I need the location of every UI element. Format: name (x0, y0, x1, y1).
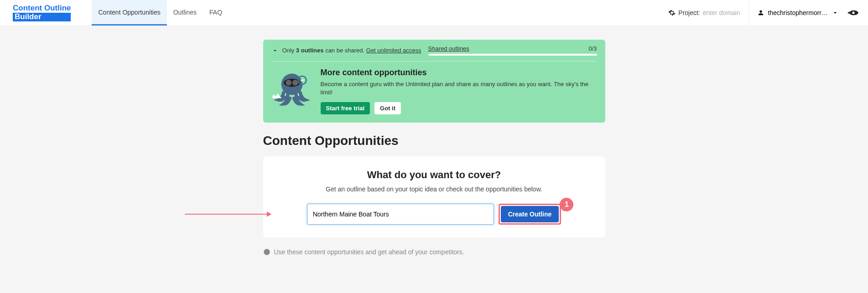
promo-text: Become a content guru with the Unlimited… (321, 80, 597, 97)
banner-only-prefix: Only (282, 47, 296, 54)
banner-buttons: Start free trial Got it (321, 102, 597, 114)
shared-outline-meter: Shared outlines 0/3 (428, 45, 597, 56)
logo-line2: Builder (13, 13, 71, 21)
tab-content-opportunities[interactable]: Content Opportunities (92, 0, 166, 26)
user-menu[interactable]: thechristophermorr… (748, 0, 847, 26)
annotation-badge-1: 1 (560, 198, 573, 211)
card-title: What do you want to cover? (276, 169, 593, 181)
banner-outlines-count: 3 outlines (296, 47, 324, 54)
header-right: Project: enter domain thechristophermorr… (660, 0, 868, 26)
unlimited-link[interactable]: Get unlimited access (366, 47, 421, 54)
user-icon (757, 9, 764, 16)
footer-tip-text: Use these content opportunities and get … (274, 248, 464, 256)
input-row: Create Outline 1 (276, 204, 593, 225)
start-trial-button[interactable]: Start free trial (321, 102, 370, 114)
nav-tabs: Content Opportunities Outlines FAQ (92, 0, 229, 26)
logo-line1: Content Outline (13, 4, 71, 13)
shared-ratio: 0/3 (588, 45, 597, 52)
main-container: Only 3 outlines can be shared. Get unlim… (263, 26, 605, 256)
shared-label[interactable]: Shared outlines (428, 45, 469, 52)
svg-point-8 (266, 253, 267, 254)
footer-tip: Use these content opportunities and get … (263, 248, 605, 256)
project-label: Project: (678, 9, 700, 16)
progress-bar (428, 54, 597, 56)
banner-body: More content opportunities Become a cont… (271, 61, 597, 114)
create-outline-highlight: Create Outline 1 (499, 204, 561, 225)
promo-title: More content opportunities (321, 68, 597, 77)
svg-point-3 (292, 80, 298, 86)
topic-input[interactable] (307, 204, 494, 225)
svg-marker-6 (267, 211, 271, 217)
banner-limit-text: Only 3 outlines can be shared. Get unlim… (282, 47, 421, 54)
got-it-button[interactable]: Got it (374, 102, 401, 114)
topic-card: What do you want to cover? Get an outlin… (263, 156, 605, 237)
shared-row: Shared outlines 0/3 (428, 45, 597, 52)
mascot-icon (271, 68, 312, 109)
project-domain-placeholder: enter domain (703, 9, 740, 16)
svg-point-2 (286, 80, 291, 86)
help-icon[interactable] (263, 248, 270, 256)
upgrade-banner: Only 3 outlines can be shared. Get unlim… (263, 40, 605, 123)
username: thechristophermorr… (768, 9, 828, 16)
chevron-down-icon (832, 9, 839, 16)
banner-text: More content opportunities Become a cont… (321, 68, 597, 114)
semrush-icon (847, 9, 860, 16)
banner-only-suffix: can be shared. (324, 47, 366, 54)
banner-top: Only 3 outlines can be shared. Get unlim… (271, 45, 597, 61)
tab-outlines[interactable]: Outlines (167, 0, 203, 26)
logo[interactable]: Content Outline Builder (0, 0, 83, 26)
project-selector[interactable]: Project: enter domain (660, 9, 748, 16)
header: Content Outline Builder Content Opportun… (0, 0, 868, 26)
tab-faq[interactable]: FAQ (203, 0, 229, 26)
semrush-logo[interactable] (847, 0, 868, 26)
page-title: Content Opportunities (263, 134, 605, 148)
card-subtitle: Get an outline based on your topic idea … (276, 185, 593, 193)
arrow-annotation (185, 210, 271, 219)
create-outline-button[interactable]: Create Outline (501, 206, 559, 222)
gear-icon (668, 9, 676, 16)
chevron-down-icon[interactable] (271, 47, 279, 54)
